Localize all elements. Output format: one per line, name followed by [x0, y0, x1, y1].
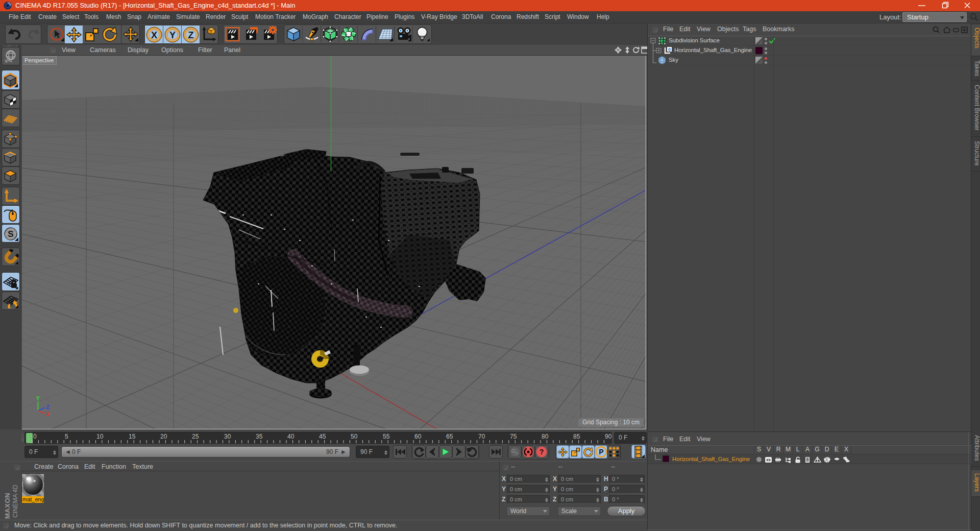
svg-text:X: X [151, 30, 157, 40]
svg-text:Y: Y [36, 396, 40, 401]
svg-text:S: S [8, 229, 13, 239]
svg-text:?: ? [540, 448, 544, 456]
svg-text:Y: Y [169, 30, 175, 40]
svg-text:X: X [46, 412, 50, 417]
svg-text:Z: Z [46, 404, 50, 410]
svg-text:Z: Z [188, 30, 193, 40]
svg-text:P: P [599, 448, 603, 456]
